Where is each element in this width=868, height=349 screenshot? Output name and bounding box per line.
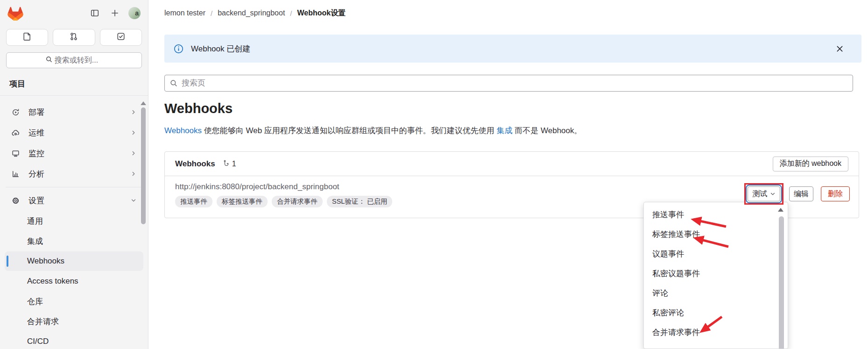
webhooks-docs-link[interactable]: Webhooks (164, 126, 202, 135)
page-description: Webhooks 使您能够向 Web 应用程序发送通知以响应群组或项目中的事件。… (164, 125, 582, 136)
card-title: Webhooks (175, 159, 215, 169)
shortcut-todos-button[interactable] (100, 29, 142, 46)
sidebar-item-monitor[interactable]: 监控 (5, 143, 143, 164)
sidebar-item-repository[interactable]: 仓库 (5, 292, 143, 311)
avatar[interactable]: a (128, 7, 141, 19)
alert-message: Webhook 已创建 (191, 43, 250, 54)
info-icon (174, 44, 183, 54)
dropdown-item-issues-events[interactable]: 议题事件 (644, 244, 788, 264)
sidebar-search (6, 52, 142, 68)
test-dropdown-menu: 推送事件 标签推送事件 议题事件 私密议题事件 评论 私密评论 合并请求事件 (643, 202, 788, 349)
sidebar-item-integrations[interactable]: 集成 (5, 231, 143, 251)
sidebar-item-operate[interactable]: 运维 (5, 122, 143, 143)
dropdown-item-confidential-issues-events[interactable]: 私密议题事件 (644, 264, 788, 284)
sidebar-item-access-tokens[interactable]: Access tokens (5, 271, 143, 291)
scroll-up-arrow-icon[interactable] (141, 101, 146, 105)
badge-merge-request-events: 合并请求事件 (272, 196, 323, 207)
merge-request-icon (70, 32, 78, 43)
settings-icon (9, 197, 21, 205)
breadcrumb-group[interactable]: lemon tester (164, 9, 205, 17)
dropdown-item-tag-push-events[interactable]: 标签推送事件 (644, 225, 788, 244)
dropdown-item-confidential-comments[interactable]: 私密评论 (644, 303, 788, 323)
sidebar-item-general[interactable]: 通用 (5, 211, 143, 231)
chevron-right-icon (130, 109, 137, 115)
hook-icon (221, 160, 229, 168)
red-annotation-box: 测试 (744, 183, 783, 205)
dropdown-item-merge-request-events[interactable]: 合并请求事件 (644, 323, 788, 342)
sidebar-item-settings[interactable]: 设置 (5, 190, 143, 211)
sidebar-item-label: 运维 (28, 128, 44, 138)
test-button-label: 测试 (753, 189, 768, 199)
sidebar-item-cicd[interactable]: CI/CD (5, 332, 143, 349)
sidebar-item-label: 设置 (28, 195, 44, 206)
operate-icon (9, 129, 21, 137)
breadcrumb-current-page: Webhook设置 (297, 8, 346, 18)
integrations-link[interactable]: 集成 (497, 126, 513, 135)
sidebar-section-label: 项目 (0, 78, 148, 96)
sidebar-search-input[interactable] (6, 52, 142, 68)
gitlab-logo-icon[interactable] (7, 6, 23, 21)
webhooks-card-header: Webhooks 1 添加新的 webhook (165, 152, 859, 176)
sidebar-item-label: 监控 (28, 148, 44, 159)
sidebar-shortcuts (6, 29, 142, 46)
chevron-right-icon (130, 171, 137, 177)
sidebar: a 项目 部署 (0, 0, 148, 349)
description-text: 使您能够向 Web 应用程序发送通知以响应群组或项目中的事件。我们建议优先使用 (202, 126, 497, 135)
shortcut-issues-button[interactable] (6, 29, 48, 46)
close-icon[interactable] (833, 42, 847, 56)
badge-push-events: 推送事件 (175, 196, 212, 207)
sidebar-item-merge-requests[interactable]: 合并请求 (5, 312, 143, 331)
page-search-input[interactable] (164, 75, 853, 92)
breadcrumb-separator: / (290, 9, 292, 17)
analyze-icon (9, 170, 21, 178)
sidebar-item-deploy[interactable]: 部署 (5, 102, 143, 122)
chevron-down-icon (770, 191, 776, 197)
dropdown-item-push-events[interactable]: 推送事件 (644, 205, 788, 225)
shortcut-merge-requests-button[interactable] (53, 29, 95, 46)
sidebar-toggle-icon[interactable] (88, 7, 101, 20)
scroll-up-arrow-icon[interactable] (778, 208, 783, 212)
webhook-count: 1 (232, 160, 236, 168)
delete-button[interactable]: 删除 (821, 186, 850, 201)
chevron-right-icon (130, 150, 137, 157)
todo-check-icon (117, 32, 125, 43)
page-search (164, 75, 853, 92)
chevron-down-icon (130, 197, 137, 204)
dropdown-scrollbar[interactable] (779, 216, 784, 349)
main-content: lemon tester / backend_springboot / Webh… (148, 0, 868, 349)
badge-tag-push-events: 标签推送事件 (217, 196, 268, 207)
search-icon (169, 79, 178, 89)
sidebar-topbar: a (0, 0, 148, 26)
issues-icon (23, 32, 31, 43)
deployments-icon (9, 108, 21, 116)
chevron-right-icon (130, 129, 137, 136)
description-text: 而不是 Webhook。 (513, 126, 582, 135)
breadcrumb-separator: / (211, 9, 212, 17)
sidebar-item-label: 部署 (28, 107, 44, 118)
breadcrumb: lemon tester / backend_springboot / Webh… (148, 0, 868, 26)
add-webhook-button[interactable]: 添加新的 webhook (773, 157, 849, 171)
badge-ssl-verification: SSL验证： 已启用 (327, 196, 392, 207)
test-button[interactable]: 测试 (748, 186, 780, 201)
sidebar-nav: 部署 运维 监控 分析 (0, 102, 148, 349)
plus-icon[interactable] (108, 7, 121, 20)
sidebar-divider (6, 187, 142, 187)
alert-banner: Webhook 已创建 (164, 35, 861, 63)
breadcrumb-project[interactable]: backend_springboot (218, 9, 285, 17)
sidebar-item-label: 分析 (28, 169, 44, 179)
dropdown-item-comments[interactable]: 评论 (644, 284, 788, 303)
monitor-icon (9, 150, 21, 157)
sidebar-item-analyze[interactable]: 分析 (5, 164, 143, 184)
search-icon (45, 56, 53, 65)
edit-button[interactable]: 编辑 (789, 186, 813, 201)
page-title: Webhooks (164, 101, 233, 116)
sidebar-scrollbar[interactable] (141, 107, 146, 224)
sidebar-item-webhooks[interactable]: Webhooks (5, 251, 143, 271)
